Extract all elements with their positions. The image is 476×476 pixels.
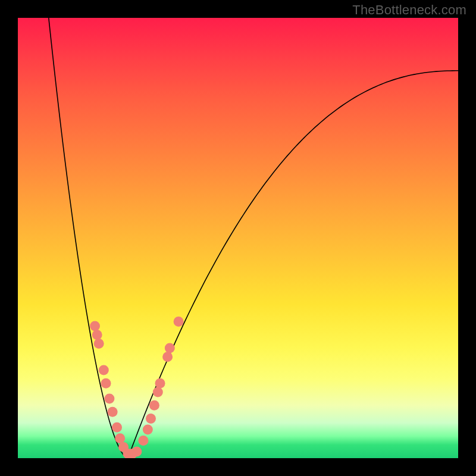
data-point bbox=[104, 394, 114, 404]
data-point bbox=[165, 343, 175, 353]
data-point bbox=[131, 446, 142, 456]
data-point bbox=[138, 436, 148, 446]
watermark-text: TheBottleneck.com bbox=[352, 2, 466, 18]
data-points-group bbox=[90, 317, 184, 458]
plot-area bbox=[18, 18, 458, 458]
curve-right-branch bbox=[128, 71, 458, 458]
data-point bbox=[92, 330, 102, 340]
data-point bbox=[146, 414, 156, 424]
data-point bbox=[155, 378, 165, 389]
data-point bbox=[90, 321, 100, 331]
data-point bbox=[153, 387, 163, 397]
data-point bbox=[115, 433, 125, 443]
data-point bbox=[112, 422, 122, 433]
curve-left-branch bbox=[49, 18, 128, 458]
data-point bbox=[108, 407, 118, 417]
chart-frame: TheBottleneck.com bbox=[0, 0, 476, 476]
data-point bbox=[101, 378, 111, 389]
curve-layer bbox=[18, 18, 458, 458]
data-point bbox=[149, 400, 159, 411]
data-point bbox=[143, 424, 153, 434]
data-point bbox=[94, 339, 104, 349]
data-point bbox=[99, 365, 109, 375]
data-point bbox=[174, 317, 184, 327]
data-point bbox=[162, 352, 173, 362]
